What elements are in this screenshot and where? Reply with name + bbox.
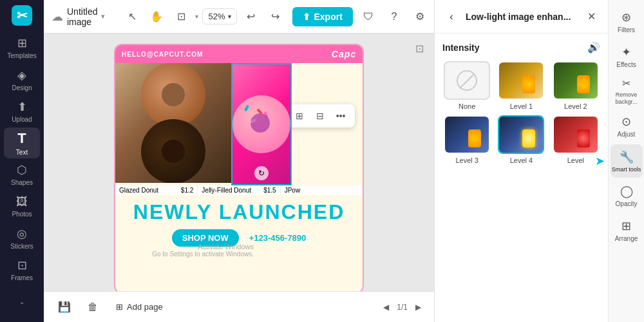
opacity-icon-item[interactable]: ◯ Opacity bbox=[611, 179, 643, 213]
shield-icon-btn[interactable]: 🛡 bbox=[358, 6, 379, 27]
sidebar-item-stickers[interactable]: ◎ Stickers bbox=[4, 223, 40, 253]
remove-bg-icon-item[interactable]: ✂ Remove backgr... bbox=[611, 75, 643, 108]
shapes-icon: ⬡ bbox=[17, 163, 27, 177]
topbar: ☁ Untitled image ▾ ↖ ✋ ⊡ ▾ 52% ▾ ↩ ↪ ⬆ E… bbox=[44, 0, 434, 33]
sidebar-item-templates-label: Templates bbox=[7, 52, 37, 59]
lantern-2 bbox=[577, 75, 590, 93]
sidebar-collapse-btn[interactable]: ⌄ bbox=[4, 287, 40, 317]
smart-tools-label: Smart tools bbox=[612, 166, 641, 173]
sidebar-item-text-label: Text bbox=[16, 149, 28, 156]
donut-circle-2 bbox=[141, 119, 205, 183]
frame-tool-btn[interactable]: ⊡ bbox=[171, 6, 191, 27]
filters-icon-item[interactable]: ⊛ Filters bbox=[611, 5, 643, 39]
level-2-label: Level 2 bbox=[564, 102, 587, 110]
level-1-label: Level 1 bbox=[510, 102, 533, 110]
topbar-right: ⬆ Export 🛡 ? ⚙ bbox=[292, 6, 430, 27]
page-counter: 1/1 bbox=[397, 303, 408, 312]
redo-btn[interactable]: ↪ bbox=[265, 6, 286, 27]
opacity-label: Opacity bbox=[616, 200, 638, 207]
sidebar: ✂ ⊞ Templates ◈ Design ⬆ Upload T Text ⬡… bbox=[0, 0, 44, 322]
canvas-top-bar: HELLO@CAPCUT.COM Capc bbox=[115, 45, 363, 63]
cursor-tool-btn[interactable]: ↖ bbox=[122, 6, 142, 27]
sidebar-item-photos-label: Photos bbox=[12, 211, 32, 218]
svg-text:✂: ✂ bbox=[17, 8, 28, 23]
templates-icon: ⊞ bbox=[17, 36, 27, 50]
lantern-3 bbox=[468, 129, 481, 147]
panel-body: Intensity 🔊 None Level 1 bbox=[435, 33, 608, 322]
app-logo: ✂ bbox=[10, 5, 33, 26]
help-icon-btn[interactable]: ? bbox=[384, 6, 404, 27]
sidebar-item-frames-label: Frames bbox=[11, 274, 33, 281]
page-nav: ◀ 1/1 ▶ bbox=[381, 301, 424, 313]
effects-icon-item[interactable]: ✦ Effects bbox=[611, 40, 643, 73]
cta-phone: +123-456-7890 bbox=[249, 233, 307, 243]
level-5-thumb bbox=[553, 115, 599, 154]
next-page-btn[interactable]: ▶ bbox=[413, 301, 424, 313]
opacity-icon: ◯ bbox=[620, 184, 633, 198]
file-title-area: ☁ Untitled image ▾ bbox=[52, 6, 105, 27]
undo-btn[interactable]: ↩ bbox=[241, 6, 261, 27]
panel-back-btn[interactable]: ‹ bbox=[442, 8, 460, 26]
hand-tool-btn[interactable]: ✋ bbox=[146, 6, 167, 27]
sidebar-item-upload[interactable]: ⬆ Upload bbox=[4, 96, 40, 126]
volume-icon[interactable]: 🔊 bbox=[587, 41, 600, 53]
panel-close-btn[interactable]: ✕ bbox=[582, 8, 600, 26]
filters-icon: ⊛ bbox=[621, 10, 631, 24]
level-1-image bbox=[499, 62, 543, 99]
prev-page-btn[interactable]: ◀ bbox=[381, 301, 392, 313]
level-2-image bbox=[554, 62, 598, 99]
export-button[interactable]: ⬆ Export bbox=[292, 7, 353, 26]
level-3-item[interactable]: Level 3 bbox=[442, 115, 491, 164]
level-4-label: Level 4 bbox=[510, 156, 533, 164]
more-tool-btn[interactable]: ••• bbox=[332, 107, 350, 125]
replace-tool-btn[interactable]: ⊟ bbox=[311, 107, 329, 125]
level-none-item[interactable]: None bbox=[442, 61, 491, 110]
add-page-label: Add page bbox=[127, 302, 163, 312]
lantern-1 bbox=[522, 75, 535, 93]
level-5-item[interactable]: Level bbox=[551, 115, 600, 164]
adjust-icon-item[interactable]: ⊙ Adjust bbox=[611, 109, 643, 143]
lantern-4 bbox=[522, 129, 535, 147]
level-5-image bbox=[554, 117, 598, 153]
arrow-indicator: ➤ bbox=[595, 154, 605, 168]
sidebar-item-shapes-label: Shapes bbox=[11, 179, 33, 186]
settings-icon-btn[interactable]: ⚙ bbox=[410, 6, 430, 27]
activate-line2: Go to Settings to activate Windows. bbox=[152, 251, 254, 258]
sidebar-item-shapes[interactable]: ⬡ Shapes bbox=[4, 160, 40, 190]
level-3-image bbox=[445, 117, 489, 153]
activate-windows-notice: Activate Windows Go to Settings to activ… bbox=[152, 243, 254, 258]
text-icon: T bbox=[17, 130, 26, 147]
trash-icon-btn[interactable]: 🗑 bbox=[82, 297, 103, 317]
product-item-2: Jelly-Filled Donut $1.5 bbox=[198, 185, 280, 195]
level-4-item[interactable]: Level 4 bbox=[497, 115, 545, 164]
smart-tools-icon-item[interactable]: 🔧 Smart tools ➤ bbox=[611, 144, 643, 178]
arrange-icon: ⊞ bbox=[621, 219, 631, 233]
cloud-icon: ☁ bbox=[52, 10, 63, 24]
qr-tool-btn[interactable]: ⊞ bbox=[290, 107, 308, 125]
sidebar-item-photos[interactable]: 🖼 Photos bbox=[4, 191, 40, 222]
zoom-control[interactable]: 52% ▾ bbox=[202, 8, 236, 24]
level-1-item[interactable]: Level 1 bbox=[497, 61, 545, 110]
remove-bg-label: Remove backgr... bbox=[611, 91, 643, 106]
frame-tool-arrow: ▾ bbox=[195, 13, 198, 20]
sidebar-item-text[interactable]: T Text bbox=[4, 128, 40, 158]
sidebar-item-upload-label: Upload bbox=[12, 116, 32, 123]
save-icon-btn[interactable]: 💾 bbox=[54, 297, 75, 317]
level-2-item[interactable]: Level 2 bbox=[551, 61, 600, 110]
sidebar-item-design[interactable]: ◈ Design bbox=[4, 64, 40, 95]
canvas-area[interactable]: Page 1 ⊡ HELLO@CAPCUT.COM Capc ⊡ ⊞ ⊟ ••• bbox=[44, 33, 434, 291]
sidebar-item-design-label: Design bbox=[12, 84, 32, 91]
arrange-icon-item[interactable]: ⊞ Arrange bbox=[611, 214, 643, 247]
level-3-label: Level 3 bbox=[455, 156, 478, 164]
zoom-value: 52% bbox=[208, 12, 225, 21]
sidebar-item-frames[interactable]: ⊡ Frames bbox=[4, 254, 40, 285]
design-icon: ◈ bbox=[17, 68, 26, 82]
effects-icon: ✦ bbox=[621, 45, 631, 59]
file-title: Untitled image bbox=[67, 6, 97, 27]
add-page-btn[interactable]: ⊞ Add page bbox=[111, 299, 168, 314]
glazed-donut-image bbox=[115, 63, 231, 183]
product-bar: Glazed Donut $1.2 Jelly-Filled Donut $1.… bbox=[115, 185, 363, 195]
refresh-icon: ↻ bbox=[254, 166, 269, 180]
sidebar-item-templates[interactable]: ⊞ Templates bbox=[4, 33, 40, 63]
none-icon bbox=[457, 70, 477, 91]
